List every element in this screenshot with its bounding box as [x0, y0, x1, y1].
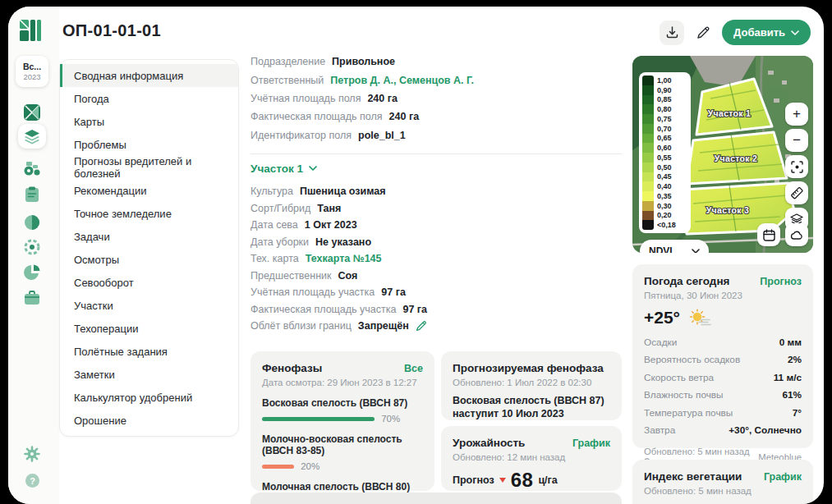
info-row-flyover: Облёт вблизи границ Запрещён	[251, 318, 622, 335]
responsible-link[interactable]: Семенцов А. Г.	[399, 75, 474, 86]
focus-icon	[791, 161, 803, 173]
settings-gear-icon[interactable]	[18, 442, 46, 466]
map-layer-select[interactable]: NDVI	[640, 240, 709, 253]
pencil-icon	[416, 320, 427, 332]
menu-item-irrigation[interactable]: Орошение	[60, 409, 238, 432]
progress-bar	[262, 417, 375, 421]
weather-forecast-link[interactable]: Прогноз	[760, 276, 802, 287]
zoom-in-button[interactable]: +	[785, 103, 808, 126]
svg-text:?: ?	[30, 475, 35, 485]
phenophases-card: Фенофазы Все Дата осмотра: 29 Июн 2023 в…	[251, 351, 434, 491]
predicted-phenophase-card: Прогнозируемая фенофаза Обновлено: 1 Июл…	[441, 351, 622, 420]
edit-flyover-button[interactable]	[416, 320, 427, 332]
tech-map-link[interactable]: Техкарта №145	[306, 253, 382, 264]
legend-swatch	[642, 85, 654, 95]
download-icon	[666, 26, 678, 39]
info-row-division: Подразделение Привольное	[251, 53, 622, 71]
app-logo-icon[interactable]	[19, 19, 42, 42]
menu-item-operations[interactable]: Техоперации	[60, 317, 238, 340]
weather-row: Температура почвы7°	[644, 404, 802, 422]
yield-forecast: Прогноз 68 ц/га	[453, 469, 610, 492]
yield-chart-link[interactable]: График	[572, 438, 610, 449]
calendar-icon	[763, 229, 775, 241]
info-row-area: Учётная площадь поля 240 га	[251, 89, 622, 108]
predicted-phenophase-text: Восковая спелость (ВВСН 87) наступит 10 …	[453, 394, 610, 420]
fields-map-icon[interactable]	[18, 100, 46, 125]
legend-swatch	[642, 181, 654, 191]
chevron-down-icon	[692, 249, 700, 253]
phenophases-all-link[interactable]: Все	[404, 363, 423, 374]
tasks-clipboard-icon[interactable]	[18, 182, 46, 207]
ndvi-legend: 1,00 0,90 0,85 0,80 0,75 0,70 0,65 0,60 …	[639, 72, 691, 233]
app-window: Вс... 2023	[8, 7, 824, 504]
menu-item-weather[interactable]: Погода	[60, 87, 238, 110]
briefcase-icon[interactable]	[18, 286, 46, 310]
pie-chart-icon[interactable]	[18, 260, 46, 285]
measure-ruler-button[interactable]	[785, 181, 808, 204]
weather-row: Скорость ветра11 м/с	[644, 369, 802, 387]
chevron-down-icon	[791, 30, 799, 35]
cloud-icon	[790, 230, 803, 240]
legend-swatch	[642, 220, 654, 230]
info-row-field-id: Идентификатор поля pole_bl_1	[251, 126, 622, 144]
menu-item-summary[interactable]: Сводная информация	[60, 64, 238, 87]
legend-swatch	[642, 104, 654, 114]
responsible-link[interactable]: Петров Д. А.,	[330, 75, 396, 86]
menu-item-precision-farming[interactable]: Точное земледелие	[60, 202, 238, 225]
legend-swatch	[642, 163, 654, 172]
info-row-variety: Сорт/Гибрид Таня	[251, 199, 622, 217]
download-button[interactable]	[660, 21, 684, 45]
weather-row: Влажность почвы61%	[644, 387, 802, 405]
divider	[251, 153, 622, 154]
info-row-sowing-date: Дата сева 1 Окт 2023	[251, 217, 622, 234]
trend-down-icon	[499, 478, 506, 483]
legend-swatch	[642, 95, 654, 105]
info-row-responsible: Ответственный Петров Д. А., Семенцов А. …	[251, 71, 622, 89]
field-map[interactable]: Участок 1 Участок 2 Участок 3 1,00 0,90 …	[632, 56, 813, 253]
legend-swatch	[642, 143, 654, 153]
menu-item-notes[interactable]: Заметки	[60, 363, 238, 386]
field-layers-icon[interactable]	[18, 124, 46, 149]
legend-swatch	[642, 124, 654, 134]
map-field-label[interactable]: Участок 3	[706, 205, 749, 215]
legend-swatch	[642, 201, 654, 211]
menu-item-fertilizer-calculator[interactable]: Калькулятор удобрений	[60, 386, 238, 409]
center-map-button[interactable]	[785, 155, 808, 178]
add-button[interactable]: Добавить	[722, 20, 811, 45]
edit-button[interactable]	[691, 21, 715, 45]
map-field-label[interactable]: Участок 2	[715, 153, 757, 163]
map-field-label[interactable]: Участок 1	[708, 108, 751, 118]
season-selector[interactable]: Вс... 2023	[16, 56, 48, 87]
ruler-icon	[791, 187, 803, 199]
menu-item-recommendations[interactable]: Рекомендации	[60, 179, 238, 202]
clouds-button[interactable]	[785, 223, 808, 246]
next-card-cutoff	[251, 493, 622, 504]
info-row-plot-area: Учётная площадь участка 97 га	[251, 284, 622, 301]
menu-item-flight-missions[interactable]: Полётные задания	[60, 340, 238, 363]
menu-item-crop-rotation[interactable]: Севооборот	[60, 271, 238, 294]
progress-bar	[262, 465, 294, 469]
season-year: 2023	[23, 72, 40, 81]
menu-item-inspections[interactable]: Осмотры	[60, 248, 238, 271]
chevron-down-icon	[309, 166, 317, 171]
menu-item-plots[interactable]: Участки	[60, 294, 238, 317]
machinery-icon[interactable]	[18, 156, 46, 181]
pests-icon[interactable]	[18, 235, 46, 259]
menu-item-maps[interactable]: Карты	[60, 110, 238, 133]
field-section-menu: Сводная информация Погода Карты Проблемы…	[59, 59, 239, 437]
menu-item-tasks[interactable]: Задачи	[60, 225, 238, 248]
help-icon[interactable]: ?	[18, 468, 46, 493]
weather-row: Осадки0 мм	[644, 333, 802, 351]
plot-selector[interactable]: Участок 1	[251, 163, 622, 175]
vegetation-chart-link[interactable]: График	[764, 471, 802, 483]
legend-swatch	[642, 153, 654, 163]
summary-panel: Подразделение Привольное Ответственный П…	[251, 53, 622, 334]
legend-swatch	[642, 76, 654, 85]
calendar-button[interactable]	[757, 223, 780, 246]
leaf-icon[interactable]	[18, 210, 46, 235]
menu-item-pest-forecasts[interactable]: Прогнозы вредителей и болезней	[60, 156, 238, 179]
icon-rail: Вс... 2023	[8, 7, 59, 504]
current-temperature: +25°	[644, 308, 680, 328]
zoom-out-button[interactable]: −	[785, 129, 808, 152]
menu-item-problems[interactable]: Проблемы	[60, 133, 238, 156]
